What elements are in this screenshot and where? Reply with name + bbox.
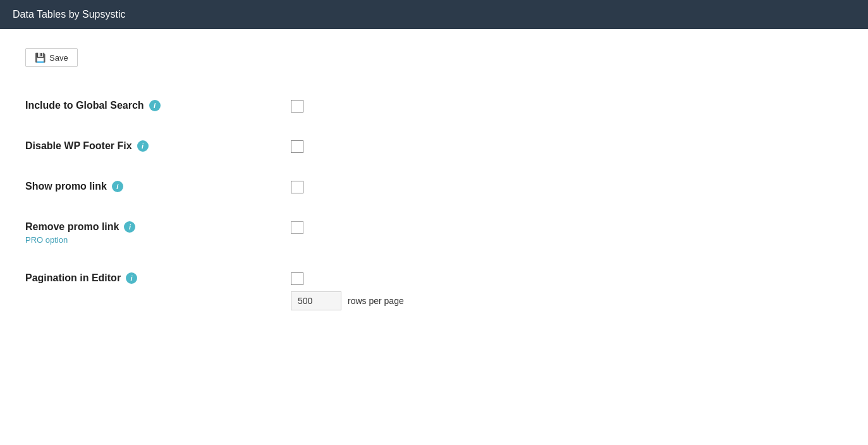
label-disable-wp-footer: Disable WP Footer Fix xyxy=(25,140,132,152)
app-title: Data Tables by Supsystic xyxy=(13,9,125,20)
save-icon: 💾 xyxy=(35,52,46,63)
top-bar: Data Tables by Supsystic xyxy=(0,0,868,29)
label-area-show-promo-link: Show promo link i xyxy=(25,181,291,192)
rows-per-page-label: rows per page xyxy=(348,296,404,306)
control-disable-wp-footer xyxy=(291,140,303,153)
pagination-rows-input[interactable] xyxy=(291,291,341,310)
label-show-promo-link: Show promo link xyxy=(25,181,107,192)
control-pagination-editor: rows per page xyxy=(291,272,404,310)
settings-container: Include to Global Search i Disable WP Fo… xyxy=(25,86,843,324)
label-area-disable-wp-footer: Disable WP Footer Fix i xyxy=(25,140,291,152)
checkbox-include-global-search[interactable] xyxy=(291,100,303,113)
settings-row-remove-promo-link: Remove promo link i PRO option xyxy=(25,207,843,259)
label-area-pagination-editor: Pagination in Editor i xyxy=(25,272,291,284)
label-include-global-search: Include to Global Search xyxy=(25,100,144,111)
save-label: Save xyxy=(49,53,68,63)
checkbox-remove-promo-link[interactable] xyxy=(291,221,303,234)
label-area-remove-promo-link: Remove promo link i PRO option xyxy=(25,221,291,245)
checkbox-disable-wp-footer[interactable] xyxy=(291,140,303,153)
info-icon-include-global-search[interactable]: i xyxy=(149,100,161,111)
pro-option-link[interactable]: PRO option xyxy=(25,235,135,245)
info-icon-pagination-editor[interactable]: i xyxy=(126,272,137,284)
control-remove-promo-link xyxy=(291,221,303,234)
checkbox-show-promo-link[interactable] xyxy=(291,181,303,193)
save-button[interactable]: 💾 Save xyxy=(25,48,78,67)
info-icon-show-promo-link[interactable]: i xyxy=(112,181,123,192)
control-include-global-search xyxy=(291,100,303,113)
settings-row-pagination-editor: Pagination in Editor i rows per page xyxy=(25,259,843,324)
label-pagination-editor: Pagination in Editor xyxy=(25,272,121,284)
label-area-include-global-search: Include to Global Search i xyxy=(25,100,291,111)
pagination-input-row: rows per page xyxy=(291,291,404,310)
main-content: 💾 Save Include to Global Search i Disabl… xyxy=(0,29,868,445)
info-icon-disable-wp-footer[interactable]: i xyxy=(137,140,149,152)
label-remove-promo-link: Remove promo link xyxy=(25,221,119,233)
remove-promo-label-group: Remove promo link i PRO option xyxy=(25,221,135,245)
info-icon-remove-promo-link[interactable]: i xyxy=(124,221,135,233)
settings-row-include-global-search: Include to Global Search i xyxy=(25,86,843,126)
settings-row-disable-wp-footer: Disable WP Footer Fix i xyxy=(25,126,843,167)
control-show-promo-link xyxy=(291,181,303,193)
checkbox-pagination-editor[interactable] xyxy=(291,272,303,285)
settings-row-show-promo-link: Show promo link i xyxy=(25,167,843,207)
